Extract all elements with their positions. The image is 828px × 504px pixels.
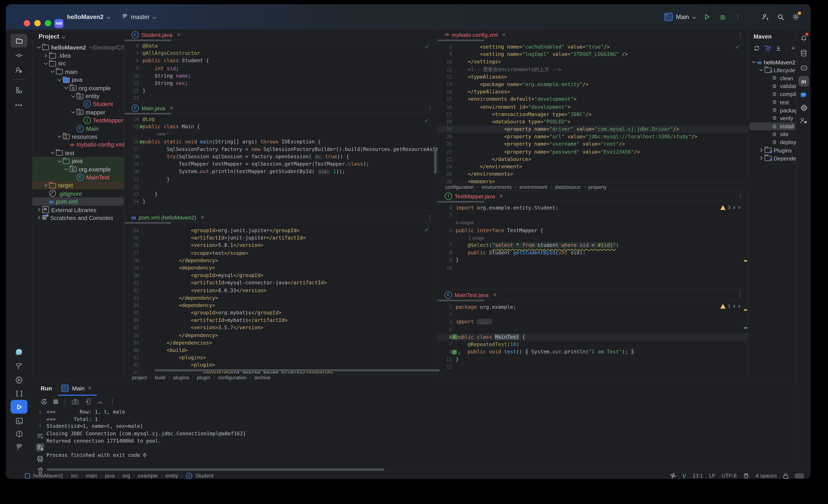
maven-item-hellomaven2[interactable]: mhelloMaven2 xyxy=(748,58,796,66)
tree-item-java[interactable]: java xyxy=(32,157,124,165)
run-configuration-selector[interactable]: Main xyxy=(664,13,696,21)
breadcrumb-item[interactable]: environment xyxy=(520,184,547,190)
code-editor[interactable]: 6@Data7@AllArgsConstructor8public class … xyxy=(125,40,438,102)
close-window-button[interactable] xyxy=(24,20,30,26)
build-tool-button[interactable] xyxy=(10,359,27,373)
scroll-down-button[interactable]: ↓ xyxy=(36,420,44,428)
editor-tab-student[interactable]: CStudent.java✕ xyxy=(131,31,181,38)
breadcrumb-item[interactable]: plugin xyxy=(197,375,210,380)
editor-options-button[interactable]: ⋮ xyxy=(427,105,432,111)
structure-tool-button[interactable] xyxy=(10,83,27,97)
run-button[interactable] xyxy=(703,13,711,21)
maven-item-package[interactable]: ⚙package xyxy=(748,106,796,114)
run-console-output[interactable]: <== Row: 1, t, male<== Total: 1Student(s… xyxy=(46,408,793,467)
lock-icon[interactable] xyxy=(783,472,788,479)
test-passed-gutter-icon[interactable]: ✓ xyxy=(452,350,457,354)
rabbit-plugin-icon[interactable] xyxy=(743,473,749,478)
import-thread-dump-button[interactable] xyxy=(85,398,91,405)
project-tool-button[interactable] xyxy=(10,34,27,47)
tree-chevron-icon[interactable] xyxy=(36,45,41,50)
breadcrumb-item[interactable]: configuration xyxy=(445,184,474,190)
tree-item-student[interactable]: CStudent xyxy=(32,100,124,108)
tree-item-testmapper[interactable]: ITestMapper xyxy=(32,117,124,125)
tree-item-java[interactable]: java xyxy=(32,76,124,84)
maven-item-verify[interactable]: ⚙verify xyxy=(748,114,796,122)
inspections-ok-icon[interactable]: ✓ xyxy=(424,226,429,233)
close-icon[interactable]: ✕ xyxy=(493,292,497,297)
maven-item-compile[interactable]: ⚙compile xyxy=(748,90,796,98)
close-icon[interactable]: ✕ xyxy=(499,193,503,199)
editor-options-button[interactable]: ⋮ xyxy=(427,214,432,220)
tree-chevron-icon[interactable] xyxy=(57,134,62,139)
status-breadcrumb-item[interactable]: org xyxy=(122,473,130,478)
maven-item-install[interactable]: ⚙install xyxy=(748,122,796,130)
notifications-button[interactable] xyxy=(798,33,809,43)
zoom-window-button[interactable] xyxy=(45,20,51,26)
tree-chevron-icon[interactable] xyxy=(50,70,55,74)
maven-item-clean[interactable]: ⚙clean xyxy=(748,74,796,82)
minimize-window-button[interactable] xyxy=(34,20,41,26)
chat-tool-button[interactable] xyxy=(798,90,809,100)
code-editor[interactable]: 14@Log15public class Main {new *16public… xyxy=(125,113,438,212)
tree-item--gitignore[interactable]: .gitignore xyxy=(32,189,124,198)
inspections-ok-icon[interactable]: ✓ xyxy=(424,44,429,51)
status-breadcrumb-item[interactable]: helloMaven2 xyxy=(33,473,63,478)
editor-tab-testmapper[interactable]: ITestMapper.java✕ xyxy=(445,192,503,200)
maven-add-button[interactable]: + xyxy=(791,44,795,52)
soft-wrap-button[interactable] xyxy=(36,431,44,440)
version-control-tool-button[interactable] xyxy=(10,440,27,454)
editor-options-button[interactable]: ⋮ xyxy=(738,193,743,199)
code-editor[interactable]: 8 <setting name="cacheEnabled" value="tr… xyxy=(438,40,748,183)
maven-item-lifecycle[interactable]: Lifecycle xyxy=(748,66,796,74)
tree-chevron-icon[interactable] xyxy=(759,68,763,73)
tree-chevron-icon[interactable] xyxy=(751,60,756,64)
problems-tool-button[interactable] xyxy=(10,427,27,441)
breadcrumb-item[interactable]: property xyxy=(588,184,607,190)
snapshot-button[interactable] xyxy=(72,399,79,404)
maven-item-validate[interactable]: ⚙validate xyxy=(748,82,796,90)
code-with-me-tool-button[interactable] xyxy=(798,116,809,126)
branch-selector[interactable]: master xyxy=(122,14,156,20)
more-tool-windows-button[interactable]: ••• xyxy=(10,98,27,112)
status-breadcrumb-item[interactable]: entity xyxy=(165,473,178,478)
search-everywhere-button[interactable] xyxy=(776,13,785,21)
editor-options-button[interactable]: ⋮ xyxy=(738,292,743,297)
breadcrumb-item[interactable]: build xyxy=(155,375,165,380)
pull-requests-tool-button[interactable]: ? xyxy=(10,63,27,77)
print-button[interactable] xyxy=(36,455,44,463)
profiler-button[interactable] xyxy=(97,399,104,404)
status-breadcrumb-item[interactable]: java xyxy=(105,473,115,478)
tree-item-external-libraries[interactable]: External Libraries xyxy=(32,205,124,214)
tree-item-entity[interactable]: entity xyxy=(32,92,124,100)
plugin-mascot-button[interactable] xyxy=(10,345,27,359)
editor-tab-pom[interactable]: mpom.xml (helloMaven2)✕ xyxy=(131,214,205,220)
debug-button[interactable] xyxy=(718,13,727,21)
openai-status-icon[interactable] xyxy=(670,473,676,478)
inspections-ok-icon[interactable]: ✓ xyxy=(424,117,429,124)
more-actions-button[interactable]: ⋮ xyxy=(734,13,742,21)
tree-chevron-icon[interactable] xyxy=(36,216,41,220)
status-breadcrumb-item[interactable]: Student xyxy=(195,473,213,478)
run-gutter-icon[interactable] xyxy=(140,140,143,144)
status-breadcrumb-item[interactable]: src xyxy=(71,473,78,478)
more-icon[interactable]: ⋮ xyxy=(109,398,115,405)
tree-chevron-icon[interactable] xyxy=(50,150,55,155)
status-breadcrumb-item[interactable]: example xyxy=(138,473,158,478)
tree-item-org-example[interactable]: org.example xyxy=(32,84,124,92)
scroll-up-button[interactable]: ↑ xyxy=(36,408,44,417)
tree-chevron-icon[interactable] xyxy=(64,167,69,172)
terminal-tool-button[interactable] xyxy=(10,414,27,428)
status-breadcrumb[interactable]: helloMaven2›src›main›java›org›example›en… xyxy=(6,472,214,479)
tree-chevron-icon[interactable] xyxy=(64,86,69,90)
tree-chevron-icon[interactable] xyxy=(43,53,48,58)
tree-item-hellomaven2[interactable]: helloMaven2~/Desktop/CS/JavaEE xyxy=(32,43,124,51)
line-ending-indicator[interactable]: LF xyxy=(709,473,715,478)
tree-item-scratches-and-consoles[interactable]: Scratches and Consoles xyxy=(32,214,124,222)
editor-tab-maintest[interactable]: CMainTest.java✕ xyxy=(445,291,497,299)
console-horizontal-scrollbar[interactable] xyxy=(46,468,384,471)
rerun-button[interactable] xyxy=(41,398,48,405)
editor-tab-mybatis[interactable]: </>mybatis-config.xml✕ xyxy=(445,31,506,38)
encoding-indicator[interactable]: UTF-8 xyxy=(722,473,737,478)
tree-item-main[interactable]: main xyxy=(32,67,124,76)
maven-item-site[interactable]: ⚙site xyxy=(748,130,796,138)
